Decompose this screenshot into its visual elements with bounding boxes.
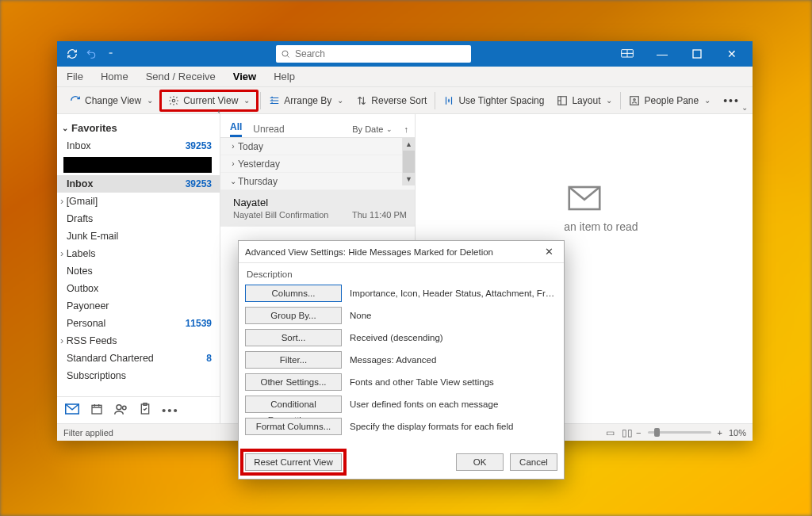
zoom-control[interactable]: − + 10% xyxy=(636,428,746,438)
filter-button[interactable]: Filter... xyxy=(245,351,342,369)
folder-notes[interactable]: Notes xyxy=(57,262,220,280)
zoom-slider[interactable] xyxy=(648,431,711,434)
change-view-button[interactable]: Change View⌄ xyxy=(63,92,159,109)
folder-rss[interactable]: RSS Feeds xyxy=(57,332,220,350)
calendar-icon[interactable] xyxy=(90,403,103,418)
search-box[interactable]: Search xyxy=(276,45,471,63)
folder-standard-chartered[interactable]: Standard Chartered 8 xyxy=(57,350,220,367)
folder-drafts[interactable]: Drafts xyxy=(57,210,220,227)
svg-point-6 xyxy=(634,98,635,100)
people-pane-button[interactable]: People Pane⌄ xyxy=(622,92,717,109)
group-by-desc: None xyxy=(350,311,557,320)
list-scrollbar[interactable]: ▲ ▼ xyxy=(402,138,415,185)
ok-button[interactable]: OK xyxy=(456,453,504,471)
maximize-button[interactable] xyxy=(680,41,714,67)
scroll-up-icon[interactable]: ▲ xyxy=(403,138,415,151)
titlebar: ⁼ Search — ✕ xyxy=(57,41,753,67)
reverse-sort-button[interactable]: Reverse Sort xyxy=(350,92,433,109)
other-settings-desc: Fonts and other Table View settings xyxy=(350,377,557,387)
group-today[interactable]: ›Today xyxy=(220,138,415,155)
group-yesterday[interactable]: ›Yesterday xyxy=(220,155,415,173)
folder-payoneer[interactable]: Payoneer xyxy=(57,297,220,315)
menu-view[interactable]: View xyxy=(233,71,256,82)
cond-fmt-desc: User defined fonts on each message xyxy=(350,399,557,409)
search-icon xyxy=(281,49,290,59)
sync-icon[interactable] xyxy=(65,47,79,61)
svg-point-9 xyxy=(117,405,121,410)
menu-send-receive[interactable]: Send / Receive xyxy=(146,71,216,82)
scroll-down-icon[interactable]: ▼ xyxy=(403,173,415,185)
envelope-icon xyxy=(568,185,601,211)
folder-personal[interactable]: Personal 11539 xyxy=(57,315,220,332)
folder-pane: ‹ ⌄Favorites Inbox 39253 Inbox 39253 [Gm… xyxy=(57,114,220,423)
mail-icon[interactable] xyxy=(65,403,79,417)
format-columns-button[interactable]: Format Columns... xyxy=(245,418,342,435)
view-normal-icon[interactable]: ▭ xyxy=(601,427,619,438)
arrange-by-button[interactable]: Arrange By⌄ xyxy=(262,92,350,109)
menu-help[interactable]: Help xyxy=(274,71,295,82)
conditional-formatting-button[interactable]: Conditional Formatting... xyxy=(245,396,342,413)
svg-rect-8 xyxy=(92,405,102,414)
folder-labels[interactable]: Labels xyxy=(57,245,220,262)
status-left: Filter applied xyxy=(63,428,113,438)
message-subject: Nayatel Bill Confirmation xyxy=(233,210,328,220)
view-reading-icon[interactable]: ▯▯ xyxy=(619,427,636,438)
sort-button[interactable]: Sort... xyxy=(245,329,342,346)
reset-current-view-button[interactable]: Reset Current View xyxy=(245,453,342,471)
group-by-button[interactable]: Group By... xyxy=(245,307,342,324)
favorite-inbox[interactable]: Inbox 39253 xyxy=(57,137,220,155)
minimize-button[interactable]: — xyxy=(645,41,680,67)
sort-asc-icon[interactable]: ↑ xyxy=(404,124,409,134)
dialog-close-button[interactable]: ✕ xyxy=(540,246,557,258)
tab-unread[interactable]: Unread xyxy=(253,124,284,137)
svg-point-10 xyxy=(123,406,127,410)
qat-dropdown-icon[interactable]: ⁼ xyxy=(103,47,117,61)
folder-inbox[interactable]: Inbox 39253 xyxy=(57,175,220,193)
favorites-header[interactable]: ⌄Favorites xyxy=(57,114,220,137)
nav-more-icon[interactable]: ••• xyxy=(162,403,179,417)
group-thursday[interactable]: ⌄Thursday xyxy=(220,173,415,190)
gear-icon xyxy=(168,95,179,106)
undo-icon[interactable] xyxy=(84,47,98,61)
qat: ⁼ xyxy=(60,47,117,61)
menu-home[interactable]: Home xyxy=(101,71,128,82)
close-button[interactable]: ✕ xyxy=(714,41,749,67)
scroll-thumb[interactable] xyxy=(403,151,415,173)
filter-desc: Messages: Advanced xyxy=(350,355,557,365)
ribbon: Change View⌄ Current View⌄ Arrange By⌄ R… xyxy=(57,87,753,114)
advanced-view-settings-dialog: Advanced View Settings: Hide Messages Ma… xyxy=(238,240,565,480)
redacted-account[interactable] xyxy=(63,157,212,173)
nav-footer: ••• xyxy=(57,396,220,423)
collapse-ribbon-icon[interactable]: ⌄ xyxy=(741,103,748,112)
format-columns-desc: Specify the display formats for each fie… xyxy=(350,422,557,431)
current-view-button[interactable]: Current View⌄ xyxy=(159,90,259,112)
folder-junk[interactable]: Junk E-mail xyxy=(57,227,220,245)
sort-by[interactable]: By Date ⌄ ↑ xyxy=(352,124,408,137)
layout-button[interactable]: Layout⌄ xyxy=(550,92,619,109)
svg-rect-2 xyxy=(693,50,701,58)
dialog-section-label: Description xyxy=(247,269,557,279)
display-options-icon[interactable] xyxy=(610,41,645,67)
reverse-sort-icon xyxy=(356,95,367,106)
cancel-button[interactable]: Cancel xyxy=(510,453,557,471)
menu-bar: File Home Send / Receive View Help xyxy=(57,67,753,87)
menu-file[interactable]: File xyxy=(67,71,83,82)
zoom-in-icon[interactable]: + xyxy=(718,428,722,438)
folder-gmail[interactable]: [Gmail] xyxy=(57,193,220,210)
people-nav-icon[interactable] xyxy=(114,403,128,418)
tasks-icon[interactable] xyxy=(140,403,151,418)
other-settings-button[interactable]: Other Settings... xyxy=(245,373,342,391)
svg-point-0 xyxy=(282,51,288,56)
zoom-out-icon[interactable]: − xyxy=(636,428,641,438)
sort-desc: Received (descending) xyxy=(350,333,557,342)
folder-subscriptions[interactable]: Subscriptions xyxy=(57,367,220,384)
layout-icon xyxy=(557,95,568,106)
svg-point-3 xyxy=(172,99,175,102)
tighter-spacing-button[interactable]: Use Tighter Spacing xyxy=(437,92,550,109)
search-placeholder: Search xyxy=(295,48,325,59)
columns-button[interactable]: Columns... xyxy=(245,285,342,302)
tab-all[interactable]: All xyxy=(230,121,242,137)
message-item[interactable]: Nayatel Nayatel Bill Confirmation Thu 11… xyxy=(220,190,415,227)
folder-outbox[interactable]: Outbox xyxy=(57,280,220,297)
message-time: Thu 11:40 PM xyxy=(352,210,407,220)
